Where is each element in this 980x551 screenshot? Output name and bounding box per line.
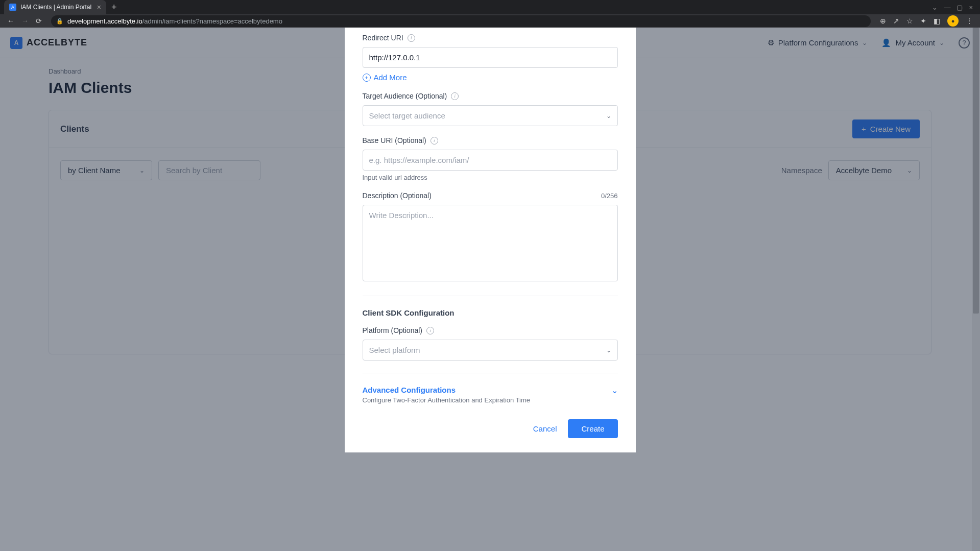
base-uri-label: Base URI (Optional) i bbox=[363, 136, 618, 145]
tab-close-icon[interactable]: × bbox=[97, 3, 101, 11]
sidepanel-icon[interactable]: ◧ bbox=[934, 17, 940, 25]
browser-tab-bar: A IAM Clients | Admin Portal × + ⌄ — ▢ × bbox=[0, 0, 980, 14]
divider bbox=[363, 296, 618, 296]
redirect-uri-label: Redirect URI i bbox=[363, 34, 618, 42]
tab-title: IAM Clients | Admin Portal bbox=[20, 4, 91, 11]
window-minimize-icon[interactable]: — bbox=[944, 4, 950, 11]
window-maximize-icon[interactable]: ▢ bbox=[957, 4, 963, 11]
zoom-icon[interactable]: ⊕ bbox=[880, 17, 886, 25]
url-domain: development.accelbyte.io bbox=[67, 17, 142, 25]
extensions-icon[interactable]: ✦ bbox=[920, 17, 926, 25]
plus-circle-icon: + bbox=[363, 74, 371, 82]
window-close-icon[interactable]: × bbox=[969, 4, 973, 11]
advanced-subtitle: Configure Two-Factor Authentication and … bbox=[363, 396, 531, 404]
description-textarea[interactable] bbox=[363, 205, 618, 281]
description-label: Description (Optional) bbox=[363, 191, 432, 200]
url-input[interactable]: 🔒 development.accelbyte.io/admin/iam-cli… bbox=[51, 15, 871, 27]
window-dropdown-icon[interactable]: ⌄ bbox=[932, 4, 938, 11]
cancel-button[interactable]: Cancel bbox=[522, 419, 568, 438]
info-icon[interactable]: i bbox=[426, 327, 434, 334]
browser-menu-icon[interactable]: ⋮ bbox=[966, 17, 973, 25]
create-button[interactable]: Create bbox=[568, 419, 617, 438]
info-icon[interactable]: i bbox=[431, 137, 438, 145]
add-more-label: Add More bbox=[374, 73, 407, 82]
target-audience-select[interactable]: Select target audience ⌄ bbox=[363, 105, 618, 126]
platform-placeholder: Select platform bbox=[369, 346, 420, 354]
info-icon[interactable]: i bbox=[451, 92, 459, 100]
share-icon[interactable]: ↗ bbox=[893, 17, 899, 25]
base-uri-helper: Input valid url address bbox=[363, 174, 618, 181]
description-counter: 0/256 bbox=[601, 192, 618, 200]
sdk-section-title: Client SDK Configuration bbox=[363, 308, 618, 317]
new-tab-icon[interactable]: + bbox=[106, 2, 122, 13]
target-audience-label: Target Audience (Optional) i bbox=[363, 92, 618, 100]
browser-address-bar: ← → ⟳ 🔒 development.accelbyte.io/admin/i… bbox=[0, 14, 980, 28]
divider bbox=[363, 373, 618, 373]
advanced-title: Advanced Configurations bbox=[363, 386, 531, 394]
lock-icon: 🔒 bbox=[56, 18, 63, 25]
create-client-modal: Redirect URI i + Add More Target Audienc… bbox=[345, 28, 636, 452]
profile-avatar[interactable]: ● bbox=[947, 15, 959, 27]
chevron-down-icon: ⌄ bbox=[606, 112, 611, 119]
chevron-down-icon: ⌄ bbox=[606, 347, 611, 354]
base-uri-input[interactable] bbox=[363, 150, 618, 171]
tab-favicon: A bbox=[9, 4, 16, 11]
advanced-config-toggle[interactable]: Advanced Configurations Configure Two-Fa… bbox=[363, 386, 618, 404]
chevron-down-icon: ⌄ bbox=[611, 386, 618, 395]
nav-back-icon[interactable]: ← bbox=[7, 17, 14, 25]
browser-tab[interactable]: A IAM Clients | Admin Portal × bbox=[4, 0, 106, 14]
redirect-uri-input[interactable] bbox=[363, 47, 618, 68]
url-path: /admin/iam-clients?namespace=accelbytede… bbox=[142, 17, 282, 25]
info-icon[interactable]: i bbox=[408, 34, 415, 42]
target-audience-placeholder: Select target audience bbox=[369, 111, 445, 120]
add-more-button[interactable]: + Add More bbox=[363, 73, 618, 82]
window-controls: ⌄ — ▢ × bbox=[925, 4, 980, 11]
nav-forward-icon: → bbox=[21, 17, 29, 25]
bookmark-icon[interactable]: ☆ bbox=[906, 17, 913, 25]
platform-label: Platform (Optional) i bbox=[363, 326, 618, 334]
platform-select[interactable]: Select platform ⌄ bbox=[363, 340, 618, 361]
nav-reload-icon[interactable]: ⟳ bbox=[36, 17, 42, 25]
